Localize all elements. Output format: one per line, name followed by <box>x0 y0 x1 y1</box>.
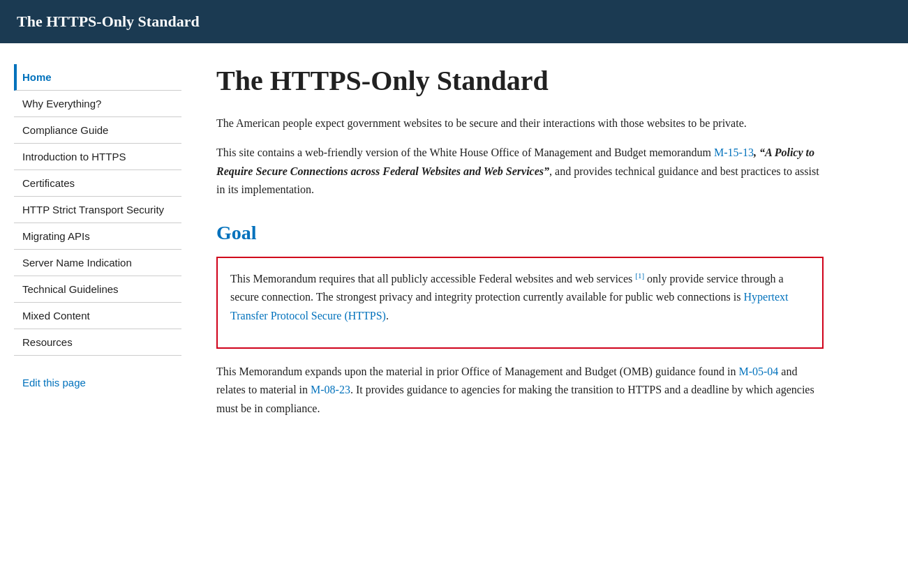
goal-box-footnote: [1] <box>635 271 644 280</box>
m-15-13-link[interactable]: M-15-13 <box>714 146 754 158</box>
sidebar-item-tech-guidelines[interactable]: Technical Guidelines <box>14 276 181 303</box>
sidebar-item-sni[interactable]: Server Name Indication <box>14 250 181 276</box>
intro-paragraph-2: This site contains a web-friendly versio… <box>216 144 824 199</box>
sidebar-nav-list: HomeWhy Everything?Compliance GuideIntro… <box>14 64 181 356</box>
goal-box-text-end: . <box>386 310 389 322</box>
sidebar-item-hsts[interactable]: HTTP Strict Transport Security <box>14 197 181 223</box>
site-title: The HTTPS-Only Standard <box>17 13 200 30</box>
sidebar-link-compliance-guide[interactable]: Compliance Guide <box>14 117 181 143</box>
sidebar-link-why-everything[interactable]: Why Everything? <box>14 91 181 116</box>
goal-box-text-before-footnote: This Memorandum requires that all public… <box>230 273 635 285</box>
layout: HomeWhy Everything?Compliance GuideIntro… <box>0 43 908 450</box>
sidebar-link-tech-guidelines[interactable]: Technical Guidelines <box>14 276 181 302</box>
sidebar-nav: HomeWhy Everything?Compliance GuideIntro… <box>14 64 181 356</box>
sidebar-link-certificates[interactable]: Certificates <box>14 170 181 196</box>
goal-highlighted-box: This Memorandum requires that all public… <box>216 257 824 349</box>
sidebar-link-sni[interactable]: Server Name Indication <box>14 250 181 276</box>
intro-para2-before-link: This site contains a web-friendly versio… <box>216 146 714 158</box>
expansion-paragraph: This Memorandum expands upon the materia… <box>216 363 824 418</box>
main-content: The HTTPS-Only Standard The American peo… <box>195 64 824 429</box>
m-05-04-link[interactable]: M-05-04 <box>738 365 778 377</box>
intro-paragraph-1: The American people expect government we… <box>216 114 824 133</box>
sidebar-link-mixed-content[interactable]: Mixed Content <box>14 303 181 329</box>
sidebar-item-why-everything[interactable]: Why Everything? <box>14 91 181 117</box>
sidebar-item-compliance-guide[interactable]: Compliance Guide <box>14 117 181 144</box>
sidebar-edit-link-container: Edit this page <box>14 370 181 396</box>
sidebar-link-hsts[interactable]: HTTP Strict Transport Security <box>14 197 181 223</box>
sidebar-link-home[interactable]: Home <box>17 64 181 90</box>
sidebar-item-home[interactable]: Home <box>14 64 181 91</box>
sidebar: HomeWhy Everything?Compliance GuideIntro… <box>14 64 195 429</box>
goal-heading: Goal <box>216 222 824 244</box>
page-title: The HTTPS-Only Standard <box>216 64 824 98</box>
sidebar-item-certificates[interactable]: Certificates <box>14 170 181 197</box>
sidebar-item-mixed-content[interactable]: Mixed Content <box>14 303 181 329</box>
edit-this-page-link[interactable]: Edit this page <box>22 377 86 389</box>
m-08-23-link[interactable]: M-08-23 <box>311 384 350 395</box>
sidebar-link-migrating-apis[interactable]: Migrating APIs <box>14 223 181 249</box>
sidebar-link-resources[interactable]: Resources <box>14 329 181 355</box>
sidebar-link-intro-https[interactable]: Introduction to HTTPS <box>14 144 181 169</box>
goal-box-paragraph: This Memorandum requires that all public… <box>230 269 810 326</box>
sidebar-item-intro-https[interactable]: Introduction to HTTPS <box>14 144 181 170</box>
sidebar-item-migrating-apis[interactable]: Migrating APIs <box>14 223 181 250</box>
site-header: The HTTPS-Only Standard <box>0 0 908 43</box>
sidebar-item-resources[interactable]: Resources <box>14 329 181 356</box>
expansion-before-link1: This Memorandum expands upon the materia… <box>216 365 738 377</box>
